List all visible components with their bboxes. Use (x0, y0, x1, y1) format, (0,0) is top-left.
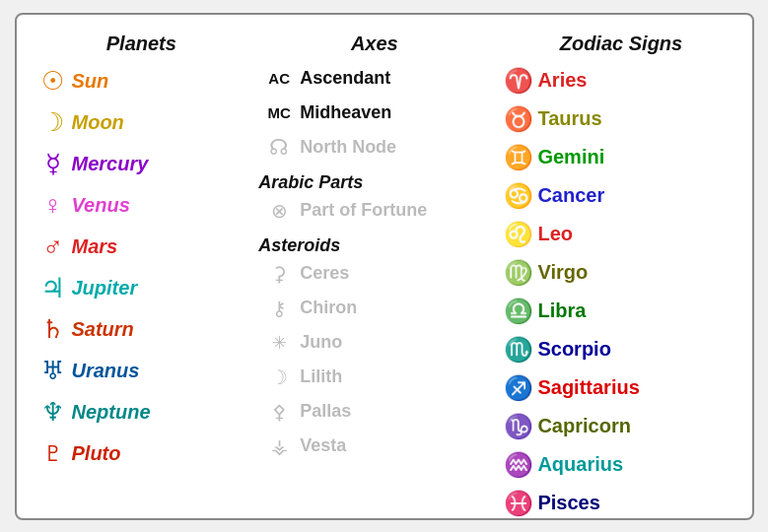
taurus-symbol: ♉ (500, 105, 537, 133)
virgo-label: Virgo (537, 261, 588, 284)
lilith-label: Lilith (300, 366, 342, 387)
pluto-label: Pluto (72, 442, 121, 465)
jupiter-symbol: ♃ (35, 272, 72, 304)
list-item: ☊ North Node (258, 132, 490, 164)
moon-symbol: ☽ (35, 107, 72, 138)
pallas-label: Pallas (300, 401, 351, 422)
zodiac-header: Zodiac Signs (500, 33, 741, 55)
sagittarius-symbol: ♐ (500, 374, 537, 402)
arabic-parts-header: Arabic Parts (258, 172, 490, 193)
list-item: ☿ Mercury (35, 146, 249, 183)
sun-label: Sun (72, 70, 109, 93)
scorpio-label: Scorpio (537, 338, 610, 361)
moon-label: Moon (72, 111, 124, 134)
libra-label: Libra (537, 299, 586, 322)
mercury-symbol: ☿ (35, 149, 72, 179)
capricorn-label: Capricorn (537, 415, 630, 437)
mars-label: Mars (72, 235, 118, 258)
libra-symbol: ♎ (500, 298, 537, 325)
midheaven-symbol: MC (258, 104, 300, 121)
list-item: ☽ Moon (35, 104, 249, 142)
taurus-label: Taurus (537, 107, 601, 130)
northnode-label: North Node (300, 137, 396, 158)
gemini-label: Gemini (537, 146, 604, 168)
venus-label: Venus (72, 194, 130, 217)
uranus-label: Uranus (72, 360, 140, 382)
jupiter-label: Jupiter (72, 277, 138, 299)
list-item: ♄ Saturn (35, 311, 249, 349)
list-item: ♍ Virgo (500, 255, 741, 291)
gemini-symbol: ♊ (500, 144, 537, 171)
list-item: ♉ Taurus (500, 101, 741, 137)
list-item: ♏ Scorpio (500, 332, 741, 367)
list-item: ♒ Aquarius (500, 447, 741, 483)
axes-column: Axes AC Ascendant MC Midheaven ☊ North N… (248, 33, 490, 508)
saturn-symbol: ♄ (35, 314, 72, 345)
zodiac-column: Zodiac Signs ♈ Aries ♉ Taurus ♊ Gemini ♋… (490, 33, 741, 508)
venus-symbol: ♀ (35, 190, 72, 221)
sagittarius-label: Sagittarius (537, 376, 639, 399)
axes-header: Axes (258, 33, 490, 55)
vesta-label: Vesta (300, 435, 346, 456)
leo-symbol: ♌ (500, 221, 537, 248)
pisces-label: Pisces (537, 492, 599, 514)
list-item: ♋ Cancer (500, 178, 741, 214)
virgo-symbol: ♍ (500, 259, 537, 287)
partoffortune-symbol: ⊗ (258, 199, 300, 223)
chiron-label: Chiron (300, 298, 357, 318)
list-item: ♅ Uranus (35, 353, 249, 390)
list-item: ♓ Pisces (500, 486, 741, 521)
capricorn-symbol: ♑ (500, 413, 537, 440)
aquarius-symbol: ♒ (500, 451, 537, 479)
neptune-label: Neptune (72, 401, 151, 424)
cancer-label: Cancer (537, 184, 604, 207)
chiron-symbol: ⚷ (258, 297, 300, 320)
mercury-label: Mercury (72, 153, 149, 175)
list-item: MC Midheaven (258, 98, 490, 129)
northnode-symbol: ☊ (258, 135, 300, 161)
aries-label: Aries (537, 69, 587, 92)
list-item: ✳ Juno (258, 327, 490, 359)
list-item: AC Ascendant (258, 63, 490, 95)
list-item: ☉ Sun (35, 63, 249, 100)
partoffortune-label: Part of Fortune (300, 200, 427, 221)
neptune-symbol: ♆ (35, 397, 72, 428)
cancer-symbol: ♋ (500, 182, 537, 210)
mars-symbol: ♂ (35, 232, 72, 263)
list-item: ♑ Capricorn (500, 409, 741, 444)
list-item: ♊ Gemini (500, 140, 741, 175)
list-item: ⚷ Chiron (258, 293, 490, 324)
sun-symbol: ☉ (35, 66, 72, 97)
ascendant-label: Ascendant (300, 68, 390, 89)
list-item: ♈ Aries (500, 63, 741, 99)
pluto-symbol: ♇ (35, 441, 72, 467)
list-item: ⚳ Ceres (258, 258, 490, 290)
asteroids-header: Asteroids (258, 235, 490, 256)
list-item: ♇ Pluto (35, 435, 249, 473)
list-item: ☽ Lilith (258, 362, 490, 393)
juno-label: Juno (300, 332, 342, 353)
leo-label: Leo (537, 223, 573, 245)
list-item: ♎ Libra (500, 294, 741, 329)
list-item: ♆ Neptune (35, 394, 249, 432)
aries-symbol: ♈ (500, 67, 537, 95)
lilith-symbol: ☽ (258, 366, 300, 389)
main-card: Planets ☉ Sun ☽ Moon ☿ Mercury ♀ Venus ♂… (15, 13, 754, 520)
uranus-symbol: ♅ (35, 356, 72, 386)
ceres-label: Ceres (300, 263, 349, 284)
list-item: ♃ Jupiter (35, 270, 249, 307)
pisces-symbol: ♓ (500, 490, 537, 517)
vesta-symbol: ⚶ (258, 434, 300, 458)
list-item: ⚴ Pallas (258, 396, 490, 428)
juno-symbol: ✳ (258, 332, 300, 354)
list-item: ⚶ Vesta (258, 431, 490, 462)
list-item: ♂ Mars (35, 229, 249, 266)
pallas-symbol: ⚴ (258, 400, 300, 424)
list-item: ♐ Sagittarius (500, 370, 741, 406)
planets-column: Planets ☉ Sun ☽ Moon ☿ Mercury ♀ Venus ♂… (27, 33, 249, 508)
ceres-symbol: ⚳ (258, 262, 300, 286)
list-item: ⊗ Part of Fortune (258, 195, 490, 227)
planets-header: Planets (35, 33, 249, 55)
scorpio-symbol: ♏ (500, 336, 537, 364)
aquarius-label: Aquarius (537, 453, 623, 476)
